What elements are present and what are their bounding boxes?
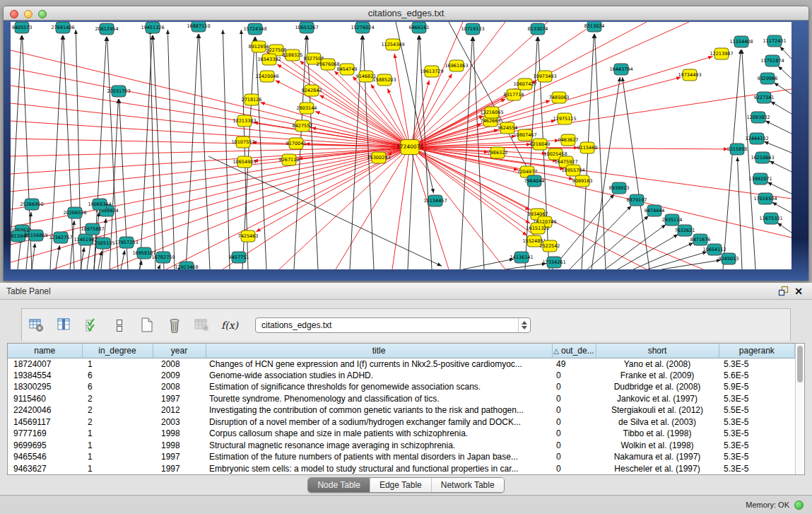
cell-in_degree[interactable]: 2 xyxy=(82,393,153,405)
graph-node[interactable]: 17016504 xyxy=(753,193,777,204)
cell-year[interactable]: 2003 xyxy=(153,416,206,428)
cell-year[interactable]: 2008 xyxy=(153,381,206,393)
cell-out_degree[interactable]: 0 xyxy=(552,393,596,405)
graph-node[interactable]: 2803144 xyxy=(297,103,317,114)
graph-edge[interactable] xyxy=(410,144,531,147)
graph-node[interactable]: 10719133 xyxy=(461,23,484,35)
graph-edge[interactable] xyxy=(121,250,125,269)
graph-edge[interactable] xyxy=(592,77,620,269)
graph-node[interactable]: 8454749 xyxy=(337,64,358,75)
cell-short[interactable]: Franke et al. (2009) xyxy=(596,370,719,382)
graph-node[interactable]: 9463627 xyxy=(558,134,579,146)
cell-title[interactable]: Changes of HCN gene expression and I(f) … xyxy=(206,358,552,370)
graph-node[interactable]: 8427552 xyxy=(293,120,313,132)
graph-edge[interactable] xyxy=(770,161,792,172)
cell-in_degree[interactable]: 1 xyxy=(82,428,153,440)
graph-node[interactable]: 9242843 xyxy=(302,85,322,96)
cell-title[interactable]: Investigating the contribution of common… xyxy=(206,404,552,416)
cell-out_degree[interactable]: 0 xyxy=(552,370,596,382)
cell-out_degree[interactable]: 0 xyxy=(552,440,596,452)
cell-in_degree[interactable]: 1 xyxy=(82,451,153,463)
cell-pagerank[interactable]: 5.3E-5 xyxy=(719,463,795,475)
cell-name[interactable]: 14569117 xyxy=(8,416,82,428)
float-panel-button[interactable] xyxy=(775,284,791,298)
cell-pagerank[interactable]: 5.3E-5 xyxy=(719,451,795,463)
close-panel-button[interactable]: ✕ xyxy=(791,284,806,298)
graph-edge[interactable] xyxy=(780,47,792,59)
cell-short[interactable]: Jankovic et al. (1997) xyxy=(596,393,719,405)
graph-node[interactable]: 7632621 xyxy=(675,225,695,236)
graph-edge[interactable] xyxy=(76,30,81,269)
graph-node[interactable]: 12923468 xyxy=(175,262,198,269)
graph-node[interactable]: 22420046 xyxy=(255,71,278,82)
cell-in_degree[interactable]: 1 xyxy=(82,463,153,475)
cell-title[interactable]: Estimation of the future numbers of pati… xyxy=(206,451,552,463)
graph-edge[interactable] xyxy=(223,30,230,269)
graph-node[interactable]: 9329966 xyxy=(758,73,778,84)
graph-node[interactable]: 12213383 xyxy=(233,115,256,127)
cell-short[interactable]: de Silva et al. (2003) xyxy=(596,416,719,428)
cell-short[interactable]: Yano et al. (2008) xyxy=(596,358,719,370)
cell-pagerank[interactable]: 5.3E-5 xyxy=(719,358,795,370)
graph-edge[interactable] xyxy=(392,147,410,269)
table-row[interactable]: 977716911998Corpus callosum shape and si… xyxy=(8,428,795,440)
graph-node[interactable]: 9474444 xyxy=(645,205,665,216)
graph-node[interactable]: 9457751 xyxy=(229,252,249,263)
cell-pagerank[interactable]: 5.9E-5 xyxy=(719,381,795,393)
graph-node[interactable]: 7485063 xyxy=(549,92,570,103)
graph-node[interactable]: 11254349 xyxy=(381,39,404,50)
graph-node[interactable]: 15751874 xyxy=(760,55,784,66)
graph-node[interactable]: 12213987 xyxy=(710,48,733,59)
table-row[interactable]: 2242004622012Investigating the contribut… xyxy=(8,404,795,416)
cell-name[interactable]: 22420046 xyxy=(8,404,82,416)
cell-out_degree[interactable]: 0 xyxy=(552,428,596,440)
cell-year[interactable]: 2009 xyxy=(153,370,206,382)
graph-node[interactable]: 7425463 xyxy=(238,230,259,242)
cell-pagerank[interactable]: 5.5E-5 xyxy=(719,404,795,416)
cell-pagerank[interactable]: 5.3E-5 xyxy=(719,428,795,440)
minimize-window-button[interactable] xyxy=(24,10,33,18)
graph-edge[interactable] xyxy=(11,147,410,209)
cell-pagerank[interactable]: 5.6E-5 xyxy=(719,370,795,382)
cell-in_degree[interactable]: 1 xyxy=(82,358,153,370)
graph-node[interactable]: 12444132 xyxy=(745,133,768,144)
cell-title[interactable]: Estimation of significance thresholds fo… xyxy=(206,381,552,393)
graph-node[interactable]: 20206536 xyxy=(63,207,86,218)
cell-name[interactable]: 18300295 xyxy=(8,381,82,393)
graph-edge[interactable] xyxy=(11,147,410,156)
cell-title[interactable]: Genome-wide association studies in ADHD. xyxy=(206,370,552,382)
graph-edge[interactable] xyxy=(777,223,792,233)
column-header-name[interactable]: name xyxy=(8,344,82,358)
cell-year[interactable]: 1998 xyxy=(153,428,206,440)
graph-edge[interactable] xyxy=(765,121,792,134)
cell-year[interactable]: 1998 xyxy=(153,440,206,452)
clear-selection-button[interactable] xyxy=(110,316,129,334)
graph-edge[interactable] xyxy=(661,260,721,269)
graph-edge[interactable] xyxy=(410,147,530,223)
graph-node[interactable]: 17334261 xyxy=(542,257,565,268)
graph-node[interactable]: 9215958 xyxy=(727,144,748,155)
cell-title[interactable]: Structural magnetic resonance image aver… xyxy=(206,440,552,452)
cell-short[interactable]: Tibbo et al. (1998) xyxy=(596,428,719,440)
table-selector-dropdown[interactable]: citations_edges.txt xyxy=(255,317,531,333)
graph-edge[interactable] xyxy=(11,147,410,174)
graph-edge[interactable] xyxy=(723,49,741,269)
graph-node[interactable]: 9267110 xyxy=(279,154,300,165)
column-header-pagerank[interactable]: pagerank xyxy=(719,344,795,358)
graph-edge[interactable] xyxy=(140,35,152,269)
graph-edge[interactable] xyxy=(737,157,742,269)
graph-node[interactable]: 6879197 xyxy=(627,194,647,206)
cell-out_degree[interactable]: 0 xyxy=(552,416,596,428)
column-header-short[interactable]: short xyxy=(596,344,719,358)
table-scrollbar-thumb[interactable] xyxy=(797,346,803,382)
graph-edge[interactable] xyxy=(394,54,410,147)
network-canvas[interactable]: 8912954922750816543382818632593275082367… xyxy=(11,22,792,269)
graph-edge[interactable] xyxy=(410,22,689,147)
graph-node[interactable]: 11675331 xyxy=(759,213,782,224)
cell-title[interactable]: Embryonic stem cells: a model to study s… xyxy=(206,463,552,475)
graph-node[interactable]: 11172431 xyxy=(763,35,786,47)
table-mode-button[interactable] xyxy=(28,316,46,334)
graph-node[interactable]: 9115460 xyxy=(577,142,598,153)
graph-node[interactable]: 15134457 xyxy=(423,195,447,206)
new-column-button[interactable] xyxy=(138,316,156,334)
